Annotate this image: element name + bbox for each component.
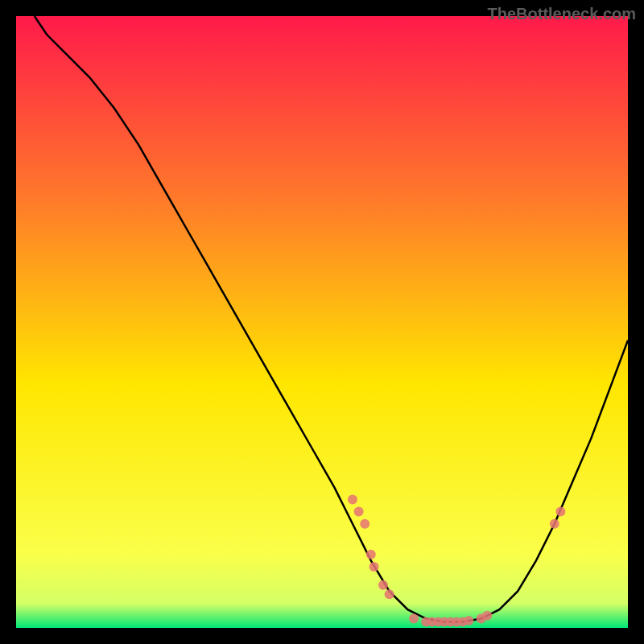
data-point: [555, 507, 565, 517]
data-point: [369, 562, 379, 572]
chart-svg: [16, 16, 628, 628]
watermark-text: TheBottleneck.com: [488, 5, 636, 23]
data-point: [409, 614, 419, 624]
data-point: [378, 580, 388, 590]
data-point: [354, 507, 364, 517]
data-point: [482, 611, 492, 621]
data-point: [385, 589, 394, 599]
data-point: [550, 519, 559, 529]
chart-area: [16, 16, 628, 628]
data-point: [360, 519, 369, 529]
data-point: [366, 550, 376, 559]
data-point: [348, 494, 357, 504]
data-point: [464, 616, 473, 625]
chart-background: [16, 16, 628, 628]
